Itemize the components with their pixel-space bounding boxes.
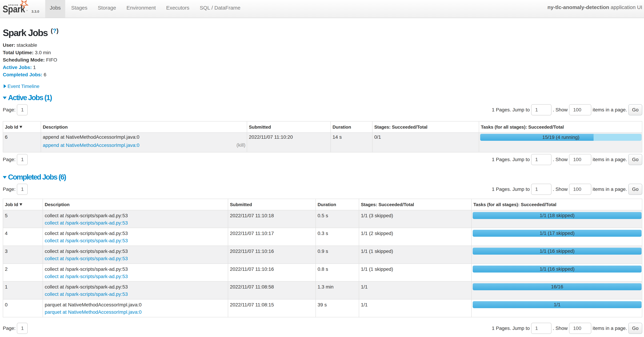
svg-text:™: ™: [26, 10, 28, 12]
